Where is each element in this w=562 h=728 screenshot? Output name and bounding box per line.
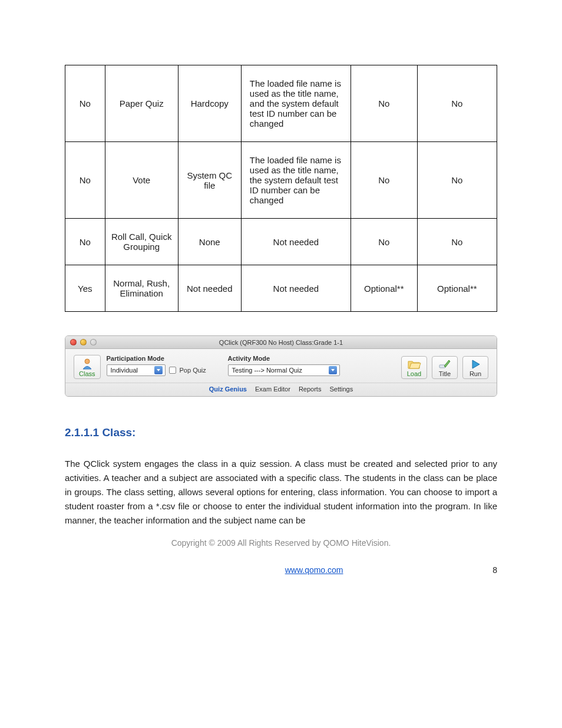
- table-row: No Roll Call, Quick Grouping None Not ne…: [65, 219, 497, 265]
- participation-mode-label: Participation Mode: [107, 355, 219, 362]
- tab-reports[interactable]: Reports: [299, 386, 322, 393]
- cell: No: [417, 65, 497, 142]
- chevron-down-icon: [329, 366, 337, 374]
- activity-dropdown[interactable]: Testing ---> Normal Quiz: [228, 364, 340, 376]
- class-button[interactable]: Class: [74, 355, 101, 379]
- table-row: No Vote System QC file The loaded file n…: [65, 142, 497, 219]
- copyright-text: Copyright © 2009 All Rights Reserved by …: [65, 538, 497, 548]
- folder-open-icon: [407, 359, 421, 370]
- cell: No: [65, 219, 105, 265]
- section-heading: 2.1.1.1 Class:: [65, 426, 497, 439]
- cell: Not needed: [241, 265, 351, 312]
- cell: No: [65, 142, 105, 219]
- popquiz-checkbox[interactable]: [169, 367, 176, 374]
- tab-exam-editor[interactable]: Exam Editor: [255, 386, 290, 393]
- load-button[interactable]: Load: [401, 356, 427, 379]
- pencil-icon: [438, 359, 451, 370]
- tab-quiz-genius[interactable]: Quiz Genius: [209, 386, 247, 393]
- chevron-down-icon: [154, 366, 163, 374]
- cell: Not needed: [178, 265, 241, 312]
- cell: No: [417, 142, 497, 219]
- run-button[interactable]: Run: [462, 356, 488, 379]
- play-icon: [470, 359, 481, 370]
- class-button-label: Class: [79, 370, 95, 377]
- table-row: No Paper Quiz Hardcopy The loaded file n…: [65, 65, 497, 142]
- window-titlebar: QClick (QRF300 No Host) Class:Grade 1-1: [65, 336, 497, 349]
- body-paragraph: The QClick system engages the class in a…: [65, 457, 497, 528]
- cell: Roll Call, Quick Grouping: [105, 219, 178, 265]
- svg-point-0: [85, 359, 90, 364]
- title-button-label: Title: [439, 370, 451, 377]
- cell: No: [65, 65, 105, 142]
- tab-settings[interactable]: Settings: [329, 386, 353, 393]
- page-number: 8: [492, 565, 497, 575]
- app-window: QClick (QRF300 No Host) Class:Grade 1-1 …: [65, 335, 497, 397]
- cell: No: [351, 219, 417, 265]
- class-icon: [81, 358, 94, 370]
- title-button[interactable]: Title: [432, 356, 458, 379]
- cell: Paper Quiz: [105, 65, 178, 142]
- cell: Yes: [65, 265, 105, 312]
- participation-value: Individual: [111, 367, 138, 374]
- cell: No: [351, 142, 417, 219]
- footer-link[interactable]: www.qomo.com: [285, 565, 343, 575]
- activity-mode-label: Activity Mode: [228, 355, 395, 362]
- cell: Optional**: [351, 265, 417, 312]
- cell: Vote: [105, 142, 178, 219]
- load-button-label: Load: [407, 370, 421, 377]
- cell: Hardcopy: [178, 65, 241, 142]
- window-title: QClick (QRF300 No Host) Class:Grade 1-1: [65, 339, 497, 346]
- app-tabs: Quiz Genius Exam Editor Reports Settings: [65, 383, 497, 396]
- cell: The loaded file name is used as the titl…: [241, 142, 351, 219]
- table-row: Yes Normal, Rush, Elimination Not needed…: [65, 265, 497, 312]
- cell: The loaded file name is used as the titl…: [241, 65, 351, 142]
- cell: System QC file: [178, 142, 241, 219]
- popquiz-label: Pop Quiz: [180, 367, 206, 374]
- mode-table: No Paper Quiz Hardcopy The loaded file n…: [65, 65, 497, 312]
- run-button-label: Run: [470, 370, 481, 377]
- cell: Normal, Rush, Elimination: [105, 265, 178, 312]
- activity-value: Testing ---> Normal Quiz: [232, 367, 303, 374]
- cell: Not needed: [241, 219, 351, 265]
- participation-dropdown[interactable]: Individual: [107, 364, 166, 376]
- cell: No: [417, 219, 497, 265]
- cell: None: [178, 219, 241, 265]
- cell: No: [351, 65, 417, 142]
- cell: Optional**: [417, 265, 497, 312]
